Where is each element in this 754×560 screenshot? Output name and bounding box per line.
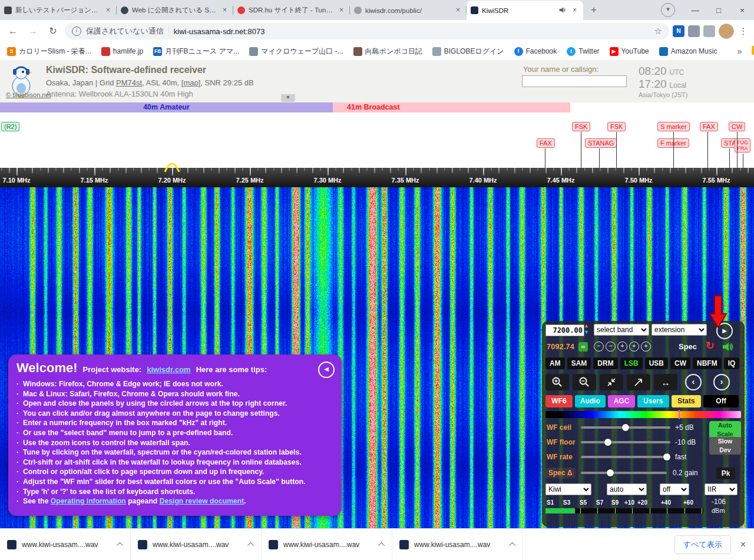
design-review-link[interactable]: Design review document <box>160 497 244 505</box>
tab-close-icon[interactable]: × <box>454 6 462 15</box>
back-icon[interactable]: ← <box>5 23 21 39</box>
download-menu-icon[interactable] <box>117 542 123 548</box>
previous-station-icon[interactable]: ‹ <box>685 374 702 390</box>
reload-icon[interactable]: ↻ <box>45 23 61 39</box>
new-tab-button[interactable]: + <box>586 2 602 18</box>
bookmarks-overflow-icon[interactable]: » <box>737 47 742 56</box>
map-link[interactable]: map <box>183 78 198 87</box>
contrast-select[interactable]: off <box>660 483 689 495</box>
browser-tab-3[interactable]: SDR.hu サイト終了 - Tune-in × <box>233 1 350 20</box>
download-menu-icon[interactable] <box>247 542 254 548</box>
tab-close-icon[interactable]: × <box>220 6 229 15</box>
tab-users[interactable]: Users <box>637 395 669 407</box>
tab-wf6[interactable]: WF6 <box>545 395 573 407</box>
extension-icon-capture[interactable] <box>688 25 700 37</box>
bookmark-item[interactable]: SカロリーSlism - 栄養... <box>7 47 91 57</box>
browser-tab-1[interactable]: 新しいテストバージョンについて - × <box>0 1 117 20</box>
download-item[interactable]: www.kiwi-usasam....wav <box>392 529 523 560</box>
wf-floor-slider[interactable] <box>581 441 670 443</box>
station-label-fax[interactable]: FAX <box>700 122 718 131</box>
aperture-select[interactable]: auto <box>607 483 647 495</box>
zoom-out-magnifier-button[interactable] <box>573 374 596 390</box>
colormap-marker[interactable] <box>679 410 680 419</box>
mode-iq-button[interactable]: IQ <box>724 357 740 369</box>
tab-off[interactable]: Off <box>703 395 739 407</box>
browser-tab-4[interactable]: kiwisdr.com/public/ × <box>350 1 467 20</box>
slow-dev-button[interactable]: SlowDev <box>709 437 741 455</box>
zoom-out-icon[interactable]: − <box>606 342 616 352</box>
zoom-full-span-icon[interactable] <box>627 374 650 390</box>
frequency-scale[interactable]: 7.10 MHz 7.15 MHz 7.20 MHz 7.25 MHz 7.30… <box>0 168 754 187</box>
tab-stats[interactable]: Stats <box>672 395 701 407</box>
bluebison-link[interactable]: © bluebison.net <box>6 91 51 98</box>
wf-rate-slider[interactable] <box>581 456 670 458</box>
panel-collapse-arrow-icon[interactable]: ◀ <box>318 362 335 378</box>
tab-close-icon[interactable]: × <box>570 6 579 15</box>
select-band-dropdown[interactable]: select band <box>594 324 649 336</box>
station-label-area[interactable]: (R2) FSK FSK S marker FAX CW FAX STANAG … <box>0 112 754 168</box>
wf-floor-knob[interactable] <box>604 439 611 446</box>
colormap-select[interactable]: Kiwi <box>545 483 591 495</box>
frequency-link-icon[interactable]: ∞ <box>578 342 588 352</box>
window-minimize-button[interactable]: — <box>683 1 707 20</box>
bookmark-item[interactable]: BIGLOBEログイン <box>432 47 504 57</box>
window-maximize-button[interactable]: □ <box>707 1 730 20</box>
bookmark-item[interactable]: FB月刊FBニュース アマ... <box>153 47 239 57</box>
frequency-step-up-icon[interactable]: ▲ <box>584 323 589 329</box>
station-label-fsk[interactable]: FSK <box>607 122 626 131</box>
station-label-s-marker[interactable]: S marker <box>657 122 690 131</box>
mute-speaker-icon[interactable] <box>722 342 733 354</box>
download-item[interactable]: www.kiwi-usasam....wav <box>262 529 392 560</box>
mode-cw-button[interactable]: CW <box>670 357 690 369</box>
zoom-in-magnifier-button[interactable] <box>545 374 569 390</box>
callsign-input[interactable] <box>522 75 627 87</box>
download-menu-icon[interactable] <box>378 542 385 548</box>
bookmark-item[interactable]: Amazon Music <box>659 47 717 56</box>
tab-close-icon[interactable]: × <box>337 6 346 15</box>
show-all-downloads-button[interactable]: すべて表示 <box>674 535 731 554</box>
bookmark-item[interactable]: tTwitter <box>567 47 599 56</box>
browser-tab-2[interactable]: Web に公開されている SDR 受 × <box>117 1 233 20</box>
band-bar-41m-broadcast[interactable]: 41m Broadcast <box>333 102 570 112</box>
bookmark-item[interactable]: hamlife.jp <box>101 47 143 56</box>
extension-icon-notes[interactable]: N <box>673 25 684 37</box>
extension-dropdown[interactable]: extension <box>652 324 707 336</box>
bookmark-item[interactable]: fFacebook <box>514 47 557 56</box>
bookmark-item[interactable]: マイクロウェーブ山口 -... <box>249 47 343 57</box>
station-label-cw[interactable]: CW <box>729 122 745 131</box>
bookmark-item[interactable]: 向島ポンポコ日記 <box>353 47 422 57</box>
auto-scale-button[interactable]: AutoScale <box>709 421 741 439</box>
kiwisdr-com-link[interactable]: kiwisdr.com <box>147 365 190 374</box>
browser-menu-icon[interactable]: ⋮ <box>738 26 749 37</box>
mode-nbfm-button[interactable]: NBFM <box>693 357 722 369</box>
wf-ceil-slider[interactable] <box>581 426 670 429</box>
profile-avatar[interactable] <box>719 24 734 39</box>
spectrum-toggle-button[interactable]: Spec <box>679 342 697 351</box>
downloads-close-icon[interactable]: × <box>740 539 746 550</box>
download-item[interactable]: www.kiwi-usasam....wav <box>0 529 131 560</box>
browser-tab-kiwisdr-active[interactable]: KiwiSDR × <box>467 1 583 20</box>
filter-select[interactable]: IIR <box>705 483 738 495</box>
waterfall-refresh-icon[interactable]: ↻ <box>706 339 715 352</box>
wf-ceil-knob[interactable] <box>622 424 629 431</box>
tab-search-icon[interactable]: ▾ <box>661 3 675 17</box>
grid-link[interactable]: PM74st <box>116 78 142 87</box>
peak-hold-button[interactable]: Pk <box>716 468 735 479</box>
zoom-out-icon[interactable]: − <box>594 342 604 352</box>
zoom-in-icon[interactable]: + <box>617 342 627 352</box>
zoom-in-icon[interactable]: + <box>641 342 651 352</box>
station-label-stanag[interactable]: STANAG <box>585 138 617 148</box>
bookmark-item[interactable]: ▶YouTube <box>610 47 649 56</box>
site-info-icon[interactable]: i <box>72 26 81 36</box>
spec-delta-button[interactable]: Spec Δ <box>545 468 576 478</box>
station-label-r2[interactable]: (R2) <box>1 122 19 131</box>
wf-rate-knob[interactable] <box>663 453 670 460</box>
header-collapse-button[interactable]: ▼ <box>281 94 295 102</box>
station-label-fsk[interactable]: FSK <box>572 122 590 131</box>
tab-audio-icon[interactable] <box>558 6 567 15</box>
tab-agc[interactable]: AGC <box>608 395 635 407</box>
waterfall-colormap-bar[interactable] <box>545 411 741 418</box>
spec-gain-slider[interactable] <box>581 472 667 474</box>
station-label-fax[interactable]: FAX <box>537 138 555 148</box>
tab-close-icon[interactable]: × <box>104 6 113 15</box>
